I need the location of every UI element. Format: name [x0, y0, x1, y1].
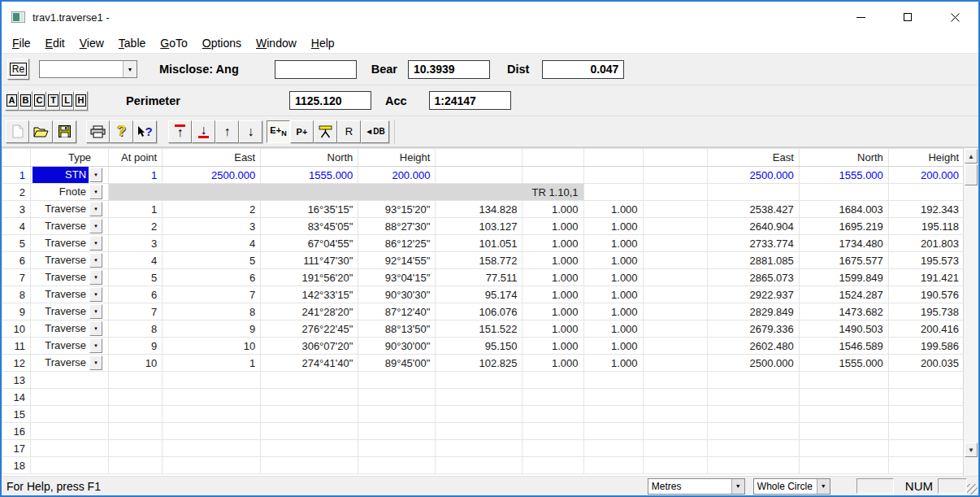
- grid-cell[interactable]: 1.000: [523, 320, 583, 338]
- grid-cell[interactable]: [261, 389, 358, 406]
- grid-cell[interactable]: 1.000: [523, 355, 583, 372]
- type-cell[interactable]: [31, 423, 109, 440]
- grid-cell[interactable]: 200.416: [888, 320, 964, 338]
- grid-cell[interactable]: 1555.000: [261, 167, 358, 184]
- grid-cell[interactable]: [643, 235, 707, 252]
- grid-cell[interactable]: 1.000: [523, 303, 583, 320]
- grid-cell[interactable]: [109, 440, 163, 457]
- grid-cell[interactable]: 199.586: [888, 338, 964, 355]
- type-cell[interactable]: [31, 372, 109, 389]
- chevron-down-icon[interactable]: ▼: [123, 61, 137, 77]
- grid-cell[interactable]: 77.511: [436, 269, 523, 286]
- grid-cell[interactable]: [436, 457, 523, 474]
- grid-cell[interactable]: [163, 389, 261, 406]
- column-header[interactable]: North: [799, 149, 888, 167]
- menu-window[interactable]: Window: [249, 34, 304, 52]
- reduce-button[interactable]: R: [337, 120, 361, 143]
- grid-cell[interactable]: [109, 423, 163, 440]
- row-number[interactable]: 2: [2, 184, 31, 201]
- grid-cell[interactable]: [799, 389, 888, 406]
- grid-cell[interactable]: [583, 457, 643, 474]
- grid-cell[interactable]: 9: [109, 338, 163, 355]
- to-database-button[interactable]: ◄DB: [361, 120, 389, 143]
- save-button[interactable]: [53, 120, 76, 143]
- grid-cell[interactable]: [436, 389, 523, 406]
- type-dropdown-button[interactable]: ▼: [89, 270, 102, 285]
- type-dropdown-button[interactable]: ▼: [89, 185, 102, 199]
- grid-cell[interactable]: 1.000: [583, 269, 643, 286]
- grid-cell[interactable]: 93°04'15": [358, 269, 436, 286]
- grid-cell[interactable]: 192.343: [888, 201, 964, 218]
- row-number[interactable]: 14: [2, 389, 31, 406]
- grid-cell[interactable]: 1: [109, 201, 163, 218]
- help-button[interactable]: ?: [110, 120, 133, 143]
- re-button[interactable]: Re: [7, 59, 29, 80]
- grid-cell[interactable]: [261, 372, 358, 389]
- menu-edit[interactable]: Edit: [38, 34, 72, 52]
- grid-cell[interactable]: 1: [163, 355, 261, 372]
- type-dropdown-button[interactable]: ▼: [89, 338, 102, 353]
- grid-cell[interactable]: 1: [109, 167, 163, 184]
- grid-cell[interactable]: [523, 167, 583, 184]
- grid-cell[interactable]: 1.000: [523, 286, 583, 303]
- row-number[interactable]: 9: [2, 303, 31, 320]
- grid-cell[interactable]: [523, 457, 583, 474]
- column-header[interactable]: Height: [888, 149, 964, 167]
- grid-cell[interactable]: 83°45'05": [261, 218, 358, 235]
- grid-cell[interactable]: [436, 372, 523, 389]
- grid-cell[interactable]: 9: [163, 320, 261, 338]
- menu-view[interactable]: View: [72, 34, 111, 52]
- grid-cell[interactable]: 1.000: [583, 320, 643, 338]
- minimize-button[interactable]: [837, 2, 884, 33]
- grid-cell[interactable]: [523, 440, 583, 457]
- grid-cell[interactable]: [583, 440, 643, 457]
- grid-cell[interactable]: 2500.000: [163, 167, 261, 184]
- move-down-button[interactable]: ↓: [239, 120, 262, 143]
- grid-cell[interactable]: 90°30'30": [358, 286, 436, 303]
- grid-cell[interactable]: 200.035: [888, 355, 964, 372]
- grid-cell[interactable]: 190.576: [888, 286, 964, 303]
- grid-cell[interactable]: [358, 406, 436, 423]
- grid-cell[interactable]: 1675.577: [799, 252, 888, 269]
- grid-cell[interactable]: [707, 389, 799, 406]
- row-number[interactable]: 15: [2, 406, 31, 423]
- type-cell[interactable]: [31, 440, 109, 457]
- grid-cell[interactable]: 102.825: [436, 355, 523, 372]
- grid-cell[interactable]: [583, 372, 643, 389]
- grid-cell[interactable]: [799, 184, 888, 201]
- column-header[interactable]: Height: [358, 149, 436, 167]
- chevron-down-icon[interactable]: ▼: [731, 479, 744, 494]
- perimeter-input[interactable]: [289, 91, 371, 110]
- grid-cell[interactable]: 1.000: [583, 218, 643, 235]
- grid-cell[interactable]: [358, 389, 436, 406]
- open-file-button[interactable]: [29, 120, 53, 143]
- grid-cell[interactable]: [261, 406, 358, 423]
- grid-cell[interactable]: [707, 184, 799, 201]
- grid-cell[interactable]: [888, 389, 964, 406]
- scroll-down-button[interactable]: ▼: [965, 443, 978, 457]
- letter-button-b[interactable]: B: [19, 91, 33, 111]
- grid-cell[interactable]: [643, 440, 707, 457]
- grid-cell[interactable]: 67°04'55": [261, 235, 358, 252]
- grid-cell[interactable]: [643, 457, 707, 474]
- goto-last-button[interactable]: ↓: [192, 120, 215, 143]
- grid-cell[interactable]: 2865.073: [707, 269, 799, 286]
- grid-cell[interactable]: [643, 252, 707, 269]
- goto-first-button[interactable]: ↑: [168, 120, 192, 143]
- grid-cell[interactable]: 201.803: [888, 235, 964, 252]
- grid-cell[interactable]: 241°28'20": [261, 303, 358, 320]
- letter-button-a[interactable]: A: [5, 91, 19, 111]
- grid-cell[interactable]: 6: [163, 269, 261, 286]
- grid-cell[interactable]: 7: [109, 303, 163, 320]
- letter-button-h[interactable]: H: [74, 91, 88, 111]
- east-north-toggle-button[interactable]: E+N: [267, 120, 290, 143]
- grid-cell[interactable]: 1524.287: [799, 286, 888, 303]
- grid-cell[interactable]: [888, 184, 964, 201]
- angle-mode-combobox[interactable]: Whole Circle ▼: [753, 478, 830, 495]
- grid-cell[interactable]: 2: [163, 201, 261, 218]
- grid-cell[interactable]: [523, 389, 583, 406]
- grid-cell[interactable]: 200.000: [888, 167, 964, 184]
- type-cell[interactable]: [31, 406, 109, 423]
- grid-cell[interactable]: [888, 457, 964, 474]
- grid-cell[interactable]: 1.000: [583, 201, 643, 218]
